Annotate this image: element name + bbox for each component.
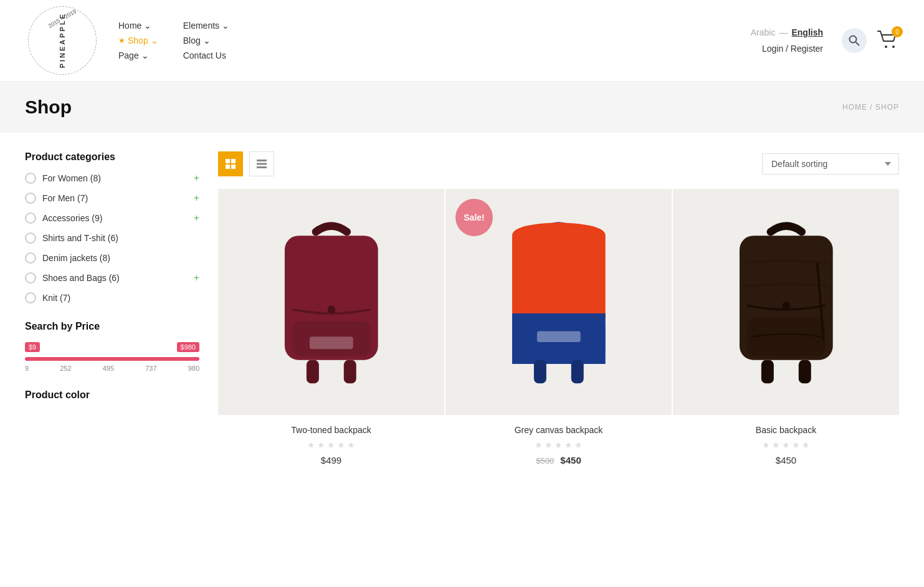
product-card[interactable]: Two-toned backpack ★ ★ ★ ★ ★ $499 xyxy=(218,189,444,473)
sale-badge: Sale! xyxy=(455,199,493,236)
svg-point-13 xyxy=(327,306,335,313)
backpack-svg xyxy=(724,211,849,392)
product-name: Basic backpack xyxy=(678,425,894,435)
svg-rect-20 xyxy=(571,360,583,383)
language-switcher[interactable]: Arabic — English xyxy=(751,27,823,37)
category-item[interactable]: Shoes and Bags (6) + xyxy=(25,272,199,284)
cart-count: 0 xyxy=(892,26,903,37)
lang-arabic[interactable]: Arabic xyxy=(751,27,776,37)
nav-blog[interactable]: Blog ⌄ xyxy=(183,36,229,45)
backpack-maroon-visual xyxy=(218,189,444,415)
category-radio[interactable] xyxy=(25,173,36,184)
products-area: Default sorting Sort by popularity Sort … xyxy=(218,151,899,473)
category-item[interactable]: Accessories (9) + xyxy=(25,212,199,224)
category-label: Shirts and T-shit (6) xyxy=(42,233,118,243)
nav-home[interactable]: Home ⌄ xyxy=(118,21,158,31)
product-price: $499 xyxy=(223,455,439,465)
category-label: For Men (7) xyxy=(42,193,88,203)
category-item[interactable]: For Women (8) + xyxy=(25,173,199,184)
logo-circle: 2015 – 2019 PINEAPPLE xyxy=(28,6,97,75)
category-radio[interactable] xyxy=(25,232,36,244)
page-title: Shop xyxy=(25,97,72,118)
nav-shop[interactable]: ★ Shop ⌄ xyxy=(118,36,158,45)
search-button[interactable] xyxy=(842,28,867,53)
category-expand-icon[interactable]: + xyxy=(194,173,199,184)
logo[interactable]: 2015 – 2019 PINEAPPLE xyxy=(25,6,100,75)
list-view-button[interactable] xyxy=(249,151,274,176)
price-filter: Search by Price $9 $980 9 252 495 737 98… xyxy=(25,321,199,372)
product-name: Two-toned backpack xyxy=(223,425,439,435)
category-expand-icon[interactable]: + xyxy=(194,193,199,204)
categories-list: For Women (8) + For Men (7) + Accessorie… xyxy=(25,173,199,303)
svg-rect-25 xyxy=(761,360,774,383)
svg-point-3 xyxy=(892,45,895,48)
shop-banner: Shop HOME / SHOP xyxy=(0,82,924,133)
price-max-handle[interactable]: $980 xyxy=(177,342,199,352)
sort-select[interactable]: Default sorting Sort by popularity Sort … xyxy=(762,153,899,174)
product-card[interactable]: Basic backpack ★ ★ ★ ★ ★ $450 xyxy=(673,189,899,473)
category-item[interactable]: For Men (7) + xyxy=(25,193,199,204)
lang-english[interactable]: English xyxy=(791,27,823,37)
logo-brand: PINEAPPLE xyxy=(59,12,66,68)
breadcrumb: HOME / SHOP xyxy=(842,103,899,112)
price-handles: $9 $980 xyxy=(25,342,199,352)
grid-view-button[interactable] xyxy=(218,151,243,176)
nav-page[interactable]: Page ⌄ xyxy=(118,50,158,60)
product-info: Grey canvas backpack ★ ★ ★ ★ ★ $500 $450 xyxy=(445,415,672,473)
svg-point-2 xyxy=(885,45,887,48)
products-toolbar: Default sorting Sort by popularity Sort … xyxy=(218,151,899,176)
product-price: $450 xyxy=(678,455,894,465)
price-slider[interactable]: $9 $980 9 252 495 737 980 xyxy=(25,342,199,372)
nav-col-2: Elements ⌄ Blog ⌄ Contact Us xyxy=(183,21,229,60)
header-right: Arabic — English Login / Register xyxy=(751,27,823,54)
backpack-brown-visual xyxy=(673,189,899,415)
category-item[interactable]: Knit (7) xyxy=(25,292,199,303)
color-filter: Product color xyxy=(25,389,199,401)
nav-elements[interactable]: Elements ⌄ xyxy=(183,21,229,31)
product-image xyxy=(673,189,899,415)
product-image: Sale! xyxy=(445,189,672,415)
grid-icon xyxy=(225,158,236,169)
svg-rect-9 xyxy=(257,163,267,165)
category-item[interactable]: Shirts and T-shit (6) xyxy=(25,232,199,244)
category-radio[interactable] xyxy=(25,212,36,224)
price-min-handle[interactable]: $9 xyxy=(25,342,40,352)
category-expand-icon[interactable]: + xyxy=(194,212,199,224)
category-label: For Women (8) xyxy=(42,173,101,183)
svg-rect-15 xyxy=(343,360,356,383)
product-rating: ★ ★ ★ ★ ★ xyxy=(223,440,439,450)
category-radio[interactable] xyxy=(25,272,36,284)
price-slider-track[interactable] xyxy=(25,357,199,361)
nav-contact[interactable]: Contact Us xyxy=(183,50,229,60)
price-original: $500 xyxy=(536,456,554,465)
svg-rect-10 xyxy=(257,166,267,168)
category-label: Shoes and Bags (6) xyxy=(42,273,120,283)
svg-rect-14 xyxy=(307,360,319,383)
svg-rect-24 xyxy=(747,317,825,356)
category-item[interactable]: Denim jackets (8) xyxy=(25,252,199,264)
price-value: $450 xyxy=(776,455,796,465)
price-labels: 9 252 495 737 980 xyxy=(25,365,199,372)
product-rating: ★ ★ ★ ★ ★ xyxy=(450,440,667,450)
svg-point-0 xyxy=(850,36,857,43)
products-grid: Two-toned backpack ★ ★ ★ ★ ★ $499 xyxy=(218,189,899,473)
category-radio[interactable] xyxy=(25,292,36,303)
auth-links[interactable]: Login / Register xyxy=(762,44,823,54)
svg-rect-8 xyxy=(257,160,267,161)
category-label: Denim jackets (8) xyxy=(42,253,110,263)
product-card[interactable]: Sale! Grey canvas backpack ★ ★ ★ ★ ★ $50… xyxy=(445,189,672,473)
category-radio[interactable] xyxy=(25,252,36,264)
category-label: Accessories (9) xyxy=(42,213,102,223)
list-icon xyxy=(256,158,267,169)
category-expand-icon[interactable]: + xyxy=(194,272,199,284)
svg-rect-26 xyxy=(798,360,811,383)
color-title: Product color xyxy=(25,389,199,401)
svg-rect-7 xyxy=(231,165,236,169)
svg-rect-16 xyxy=(310,337,353,350)
header-icons: 0 xyxy=(842,28,899,53)
nav-star-icon: ★ xyxy=(118,36,125,45)
category-radio[interactable] xyxy=(25,193,36,204)
cart-button[interactable]: 0 xyxy=(877,30,899,51)
svg-line-1 xyxy=(855,42,859,45)
backpack-svg xyxy=(269,211,394,392)
